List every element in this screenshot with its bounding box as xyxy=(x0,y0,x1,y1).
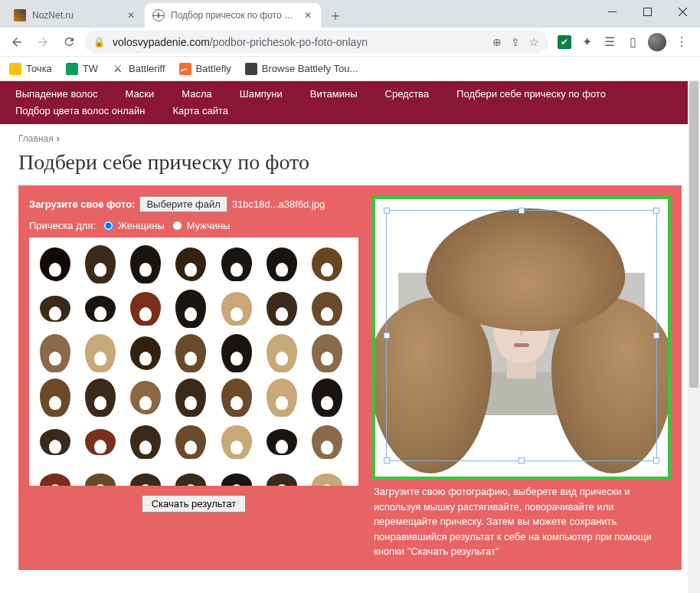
hairstyle-thumb[interactable] xyxy=(309,290,345,328)
nav-link[interactable]: Маски xyxy=(126,86,155,103)
gender-radio-men[interactable] xyxy=(172,221,182,231)
hairstyle-thumb[interactable] xyxy=(37,423,74,461)
hairstyle-thumb[interactable] xyxy=(309,334,345,372)
resize-handle[interactable] xyxy=(384,457,390,464)
hairstyle-thumb[interactable] xyxy=(172,423,209,461)
hairstyle-thumb[interactable] xyxy=(82,245,119,283)
hairstyle-thumb[interactable] xyxy=(37,467,74,486)
hairstyle-thumb[interactable] xyxy=(172,290,209,328)
resize-handle[interactable] xyxy=(384,208,390,214)
browser-tab-active[interactable]: Подбор причесок по фото онла ✕ xyxy=(145,3,321,28)
hairstyle-thumb[interactable] xyxy=(82,290,119,328)
hairstyle-thumb[interactable] xyxy=(37,378,74,417)
resize-handle[interactable] xyxy=(653,208,659,214)
hairstyle-thumb[interactable] xyxy=(218,245,255,283)
hairstyle-thumb[interactable] xyxy=(218,423,255,461)
download-result-button[interactable]: Скачать результат xyxy=(142,495,247,513)
hairstyle-thumb[interactable] xyxy=(37,290,74,328)
star-icon[interactable]: ☆ xyxy=(529,36,539,48)
resize-handle[interactable] xyxy=(384,333,390,339)
reading-list-icon[interactable]: ☰ xyxy=(602,34,617,50)
bookmark-favicon xyxy=(9,63,21,75)
gender-radio-women[interactable] xyxy=(103,221,113,231)
resize-handle[interactable] xyxy=(653,333,659,339)
page-viewport: Выпадение волосМаскиМаслаШампуниВитамины… xyxy=(0,81,700,593)
breadcrumb-home[interactable]: Главная xyxy=(18,133,54,144)
profile-avatar[interactable] xyxy=(648,33,666,51)
hairstyle-thumb[interactable] xyxy=(37,334,74,372)
hairstyle-thumb[interactable] xyxy=(37,245,74,283)
hairstyle-thumb[interactable] xyxy=(218,334,255,372)
hairstyle-thumb[interactable] xyxy=(127,334,164,372)
nav-link[interactable]: Витамины xyxy=(310,86,358,103)
back-button[interactable] xyxy=(6,31,28,53)
hairstyle-thumb[interactable] xyxy=(127,290,164,328)
hairstyle-thumb[interactable] xyxy=(127,423,164,461)
bookmark-item[interactable]: ⚔Battleriff xyxy=(112,63,165,75)
bookmark-item[interactable]: TW xyxy=(66,63,98,75)
hairstyle-thumb[interactable] xyxy=(127,467,164,486)
hairstyle-thumb[interactable] xyxy=(82,334,119,372)
search-omni-icon[interactable]: ⊕ xyxy=(492,36,502,48)
hairstyle-thumb[interactable] xyxy=(82,423,119,461)
nav-link[interactable]: Подбери себе прическу по фото xyxy=(456,86,606,103)
menu-dots-icon[interactable]: ⋮ xyxy=(674,34,689,50)
hairstyle-thumb[interactable] xyxy=(263,290,300,328)
hairstyle-thumb[interactable] xyxy=(309,467,345,486)
hairstyle-thumb[interactable] xyxy=(218,290,255,328)
address-bar[interactable]: 🔒 volosvypadenie.com/podbor-prichesok-po… xyxy=(84,31,548,54)
hairstyle-thumb[interactable] xyxy=(309,245,345,283)
hairstyle-thumb[interactable] xyxy=(127,245,164,283)
hairstyle-thumb[interactable] xyxy=(263,378,300,417)
forward-button[interactable] xyxy=(32,31,54,53)
window-minimize-icon[interactable] xyxy=(594,0,630,23)
new-tab-button[interactable]: ＋ xyxy=(325,5,346,26)
choose-file-button[interactable]: Выберите файл xyxy=(139,196,227,212)
hairstyle-thumb[interactable] xyxy=(172,245,209,283)
nav-link[interactable]: Масла xyxy=(182,86,212,103)
resize-handle[interactable] xyxy=(653,457,659,464)
resize-handle[interactable] xyxy=(518,208,525,214)
hairstyle-thumb[interactable] xyxy=(172,334,209,372)
hairstyle-thumbnails[interactable] xyxy=(29,238,358,486)
extension-adblock-icon[interactable]: ✔ xyxy=(558,35,571,49)
hairstyle-thumb[interactable] xyxy=(263,423,300,461)
hairstyle-thumb[interactable] xyxy=(218,378,255,417)
hairstyle-thumb[interactable] xyxy=(263,467,300,486)
nav-link[interactable]: Средства xyxy=(385,86,430,103)
bookmark-item[interactable]: Battlefly xyxy=(179,63,231,75)
scrollbar-thumb[interactable] xyxy=(689,81,698,388)
hairstyle-thumb[interactable] xyxy=(82,467,119,486)
hairstyle-thumb[interactable] xyxy=(309,378,345,417)
hairstyle-thumb[interactable] xyxy=(263,334,300,372)
bookmark-item[interactable]: Точка xyxy=(9,63,52,75)
window-maximize-icon[interactable] xyxy=(630,0,665,23)
browser-tab-inactive[interactable]: NozNet.ru ✕ xyxy=(6,3,144,28)
url-domain: volosvypadenie.com xyxy=(113,36,210,48)
share-icon[interactable]: ⇪ xyxy=(511,36,520,48)
tab-close-icon[interactable]: ✕ xyxy=(126,10,136,21)
nav-link[interactable]: Шампуни xyxy=(240,86,283,103)
tab-close-icon[interactable]: ✕ xyxy=(303,10,313,21)
hairstyle-thumb[interactable] xyxy=(218,467,255,486)
hairstyle-thumb[interactable] xyxy=(172,467,209,486)
hairstyle-thumb[interactable] xyxy=(82,378,119,417)
hairstyle-thumb[interactable] xyxy=(309,423,345,461)
hairstyle-thumb[interactable] xyxy=(172,378,209,417)
nav-link[interactable]: Выпадение волос xyxy=(15,86,98,103)
hairstyle-thumb[interactable] xyxy=(263,245,300,283)
resize-handle[interactable] xyxy=(518,457,525,464)
chevron-right-icon: › xyxy=(57,133,60,144)
bookmark-item[interactable]: Browse Battlefy Tou... xyxy=(245,63,358,75)
reload-button[interactable] xyxy=(58,31,80,53)
window-close-icon[interactable] xyxy=(665,0,700,23)
nav-link[interactable]: Карта сайта xyxy=(173,103,228,120)
hairstyle-thumb[interactable] xyxy=(127,378,164,417)
breadcrumb: Главная› xyxy=(0,124,700,147)
nav-link[interactable]: Подбор цвета волос онлайн xyxy=(15,103,146,120)
preview-frame[interactable] xyxy=(372,196,671,480)
extensions-puzzle-icon[interactable]: ✦ xyxy=(579,34,594,50)
media-icon[interactable]: ▯ xyxy=(625,34,640,50)
page-scrollbar[interactable] xyxy=(688,81,700,593)
selection-box[interactable] xyxy=(386,210,657,461)
